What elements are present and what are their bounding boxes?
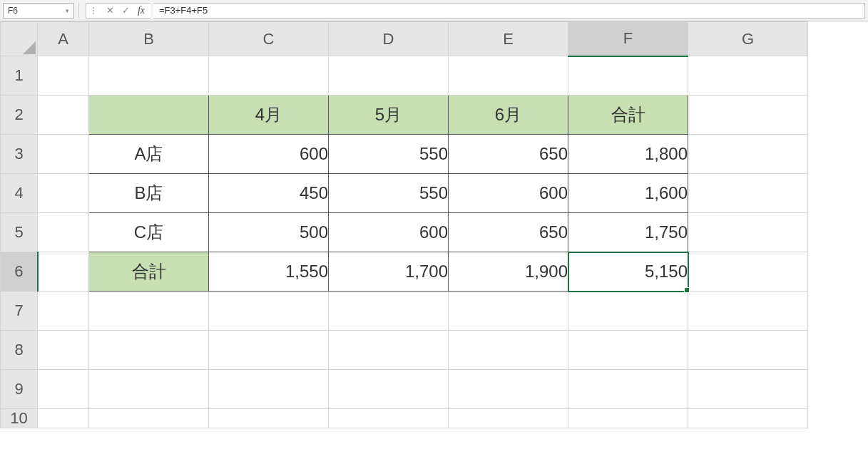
x-icon: ✕: [106, 5, 114, 16]
cell-F4[interactable]: 1,600: [568, 174, 688, 213]
col-header-C[interactable]: C: [209, 22, 329, 56]
cell-D4[interactable]: 550: [329, 174, 449, 213]
cell-A1[interactable]: [38, 56, 89, 96]
cell-reference: F6: [8, 6, 18, 16]
cell-F6[interactable]: 5,150: [568, 252, 688, 292]
cell-G3[interactable]: [688, 135, 808, 174]
col-header-E[interactable]: E: [449, 22, 568, 56]
cell-A3[interactable]: [38, 135, 89, 174]
name-box[interactable]: F6: [3, 3, 74, 19]
cell-C5[interactable]: 500: [209, 213, 329, 252]
cell-B8[interactable]: [89, 331, 209, 370]
cell-F10[interactable]: [568, 409, 688, 428]
cell-E1[interactable]: [449, 56, 568, 96]
row-header-3[interactable]: 3: [1, 135, 38, 174]
cell-A2[interactable]: [38, 96, 89, 135]
col-header-B[interactable]: B: [89, 22, 209, 56]
cell-C1[interactable]: [209, 56, 329, 96]
cell-E2[interactable]: 6月: [449, 96, 568, 135]
fx-button[interactable]: fx: [133, 3, 149, 19]
cell-A5[interactable]: [38, 213, 89, 252]
cell-F7[interactable]: [568, 292, 688, 331]
cell-C3[interactable]: 600: [209, 135, 329, 174]
cell-D1[interactable]: [329, 56, 449, 96]
cell-E10[interactable]: [449, 409, 568, 428]
cell-D3[interactable]: 550: [329, 135, 449, 174]
cell-E9[interactable]: [449, 370, 568, 409]
cell-C10[interactable]: [209, 409, 329, 428]
cell-B2[interactable]: [89, 96, 209, 135]
cell-B4[interactable]: B店: [89, 174, 209, 213]
cell-E6[interactable]: 1,900: [449, 252, 568, 292]
col-header-G[interactable]: G: [688, 22, 808, 56]
cell-G1[interactable]: [688, 56, 808, 96]
row-header-4[interactable]: 4: [1, 174, 38, 213]
cell-A4[interactable]: [38, 174, 89, 213]
cell-E4[interactable]: 600: [449, 174, 568, 213]
cell-B3[interactable]: A店: [89, 135, 209, 174]
formula-bar: F6 ✕ ✓ fx =F3+F4+F5: [0, 0, 868, 21]
cell-B6[interactable]: 合計: [89, 252, 209, 292]
cell-D6[interactable]: 1,700: [329, 252, 449, 292]
cell-D7[interactable]: [329, 292, 449, 331]
cell-C2[interactable]: 4月: [209, 96, 329, 135]
cell-B9[interactable]: [89, 370, 209, 409]
cell-G5[interactable]: [688, 213, 808, 252]
cell-E3[interactable]: 650: [449, 135, 568, 174]
row-header-5[interactable]: 5: [1, 213, 38, 252]
cell-A8[interactable]: [38, 331, 89, 370]
cell-G7[interactable]: [688, 292, 808, 331]
cell-E8[interactable]: [449, 331, 568, 370]
cell-E7[interactable]: [449, 292, 568, 331]
cell-G8[interactable]: [688, 331, 808, 370]
col-header-F[interactable]: F: [568, 22, 688, 56]
cell-D5[interactable]: 600: [329, 213, 449, 252]
cell-E5[interactable]: 650: [449, 213, 568, 252]
cell-G9[interactable]: [688, 370, 808, 409]
cell-G6[interactable]: [688, 252, 808, 292]
cell-B1[interactable]: [89, 56, 209, 96]
cell-D8[interactable]: [329, 331, 449, 370]
cell-G2[interactable]: [688, 96, 808, 135]
divider: [78, 3, 81, 19]
cell-G10[interactable]: [688, 409, 808, 428]
cell-B7[interactable]: [89, 292, 209, 331]
col-header-A[interactable]: A: [38, 22, 89, 56]
cell-F1[interactable]: [568, 56, 688, 96]
cell-G4[interactable]: [688, 174, 808, 213]
cell-D2[interactable]: 5月: [329, 96, 449, 135]
cell-A9[interactable]: [38, 370, 89, 409]
confirm-button[interactable]: ✓: [118, 3, 133, 19]
formula-input[interactable]: =F3+F4+F5: [153, 3, 865, 19]
cell-F5[interactable]: 1,750: [568, 213, 688, 252]
spreadsheet-grid[interactable]: A B C D E F G 1 2 4月 5月 6月 合計: [0, 21, 868, 428]
row-header-8[interactable]: 8: [1, 331, 38, 370]
cell-F9[interactable]: [568, 370, 688, 409]
col-header-D[interactable]: D: [329, 22, 449, 56]
cell-C8[interactable]: [209, 331, 329, 370]
cell-A7[interactable]: [38, 292, 89, 331]
cell-A6[interactable]: [38, 252, 89, 292]
row-header-1[interactable]: 1: [1, 56, 38, 96]
row-header-9[interactable]: 9: [1, 370, 38, 409]
cell-C6[interactable]: 1,550: [209, 252, 329, 292]
cell-F8[interactable]: [568, 331, 688, 370]
row-header-10[interactable]: 10: [1, 409, 38, 428]
cell-C9[interactable]: [209, 370, 329, 409]
row-header-2[interactable]: 2: [1, 96, 38, 135]
cell-C7[interactable]: [209, 292, 329, 331]
formula-bar-buttons: ✕ ✓ fx: [86, 3, 150, 19]
cell-D9[interactable]: [329, 370, 449, 409]
cell-B10[interactable]: [89, 409, 209, 428]
cell-D10[interactable]: [329, 409, 449, 428]
cell-B5[interactable]: C店: [89, 213, 209, 252]
cell-A10[interactable]: [38, 409, 89, 428]
cell-C4[interactable]: 450: [209, 174, 329, 213]
cancel-button[interactable]: ✕: [102, 3, 118, 19]
row-header-6[interactable]: 6: [1, 252, 38, 292]
more-icon[interactable]: [88, 7, 99, 14]
cell-F3[interactable]: 1,800: [568, 135, 688, 174]
select-all-corner[interactable]: [1, 22, 38, 56]
cell-F2[interactable]: 合計: [568, 96, 688, 135]
row-header-7[interactable]: 7: [1, 292, 38, 331]
